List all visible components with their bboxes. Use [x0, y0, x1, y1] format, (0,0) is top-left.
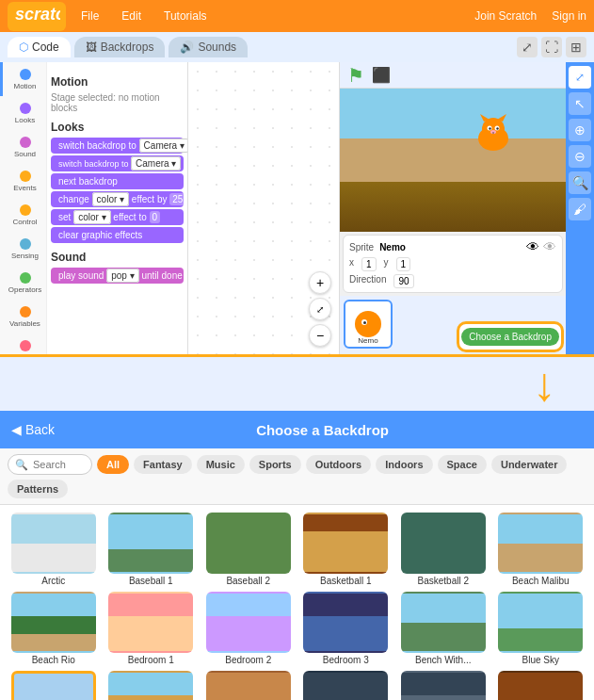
search-wrapper: 🔍: [8, 454, 92, 475]
edit-menu[interactable]: Edit: [114, 6, 149, 26]
sidebar-item-sound[interactable]: Sound: [0, 130, 47, 164]
zoom-in-button[interactable]: +: [309, 271, 331, 294]
sidebar-item-looks[interactable]: Looks: [0, 96, 47, 130]
backdrop-icon: 🖼: [86, 41, 97, 54]
block-set-effect[interactable]: set color ▾ effect to 0: [51, 209, 184, 225]
backdrop-item-baseball1[interactable]: Baseball 1: [105, 513, 198, 586]
sprite-show-icon[interactable]: 👁: [526, 239, 539, 254]
tab-sounds[interactable]: 🔊 Sounds: [169, 37, 248, 57]
backdrop-thumb-bedroom2: [206, 592, 291, 653]
main-area: Motion Looks Sound Events Control: [0, 62, 594, 354]
toolbar-grow-btn[interactable]: ⊕: [569, 119, 591, 141]
sprite-hide-icon[interactable]: 👁: [543, 239, 556, 254]
backdrop-item-beach-malibu[interactable]: Beach Malibu: [495, 513, 587, 586]
motion-note: Stage selected: no motion blocks: [51, 92, 184, 113]
filter-outdoors-button[interactable]: Outdoors: [306, 455, 372, 474]
sidebar-item-sensing[interactable]: Sensing: [0, 232, 47, 266]
block-switch-backdrop-wait[interactable]: switch backdrop to Camera ▾ and wait: [51, 155, 184, 171]
events-dot: [20, 171, 31, 182]
block-clear-effects[interactable]: clear graphic effects: [51, 227, 184, 243]
sidebar-item-control[interactable]: Control: [0, 198, 47, 232]
backdrop-thumb-blue-sky: [498, 592, 583, 653]
backdrop-item-canyon[interactable]: Canyon: [202, 671, 295, 700]
tab-code[interactable]: ⬡ Code: [8, 37, 71, 57]
blocks-wrapper: Motion Looks Sound Events Control: [0, 62, 187, 354]
backdrop-item-baseball2[interactable]: Baseball 2: [202, 513, 295, 586]
toolbar-brush-btn[interactable]: 🖌: [569, 198, 591, 220]
file-menu[interactable]: File: [73, 6, 106, 26]
backdrop-item-bedroom3[interactable]: Bedroom 3: [300, 592, 393, 665]
backdrop-item-blue-sky[interactable]: Blue Sky: [495, 592, 587, 665]
backdrop-label-bedroom2: Bedroom 2: [225, 655, 271, 665]
block-change-effect[interactable]: change color ▾ effect by 25: [51, 191, 184, 207]
sidebar-item-variables[interactable]: Variables: [0, 300, 47, 334]
expand-button[interactable]: ⤢: [517, 37, 538, 57]
backdrop-item-bench[interactable]: Bench With...: [397, 592, 490, 665]
filter-indoors-button[interactable]: Indoors: [376, 455, 432, 474]
filter-all-button[interactable]: All: [97, 455, 129, 474]
green-flag-button[interactable]: ⚑: [347, 64, 364, 87]
backdrop-item-basketball1[interactable]: Basketball 1: [300, 513, 393, 586]
toolbar-expand-btn[interactable]: ⤢: [569, 66, 591, 89]
filter-sports-button[interactable]: Sports: [249, 455, 301, 474]
join-scratch-link[interactable]: Join Scratch: [474, 9, 537, 23]
backdrop-item-castle2[interactable]: Castle 2: [397, 671, 490, 700]
sprite-thumbnail-nemo[interactable]: Nemo: [344, 300, 393, 349]
backdrop-item-boardwalk[interactable]: Boardwalk: [105, 671, 198, 700]
filter-space-button[interactable]: Space: [438, 455, 487, 474]
fullscreen-button[interactable]: ⛶: [541, 37, 562, 57]
zoom-controls: + ⤢ −: [309, 271, 331, 347]
sound-section-header: Sound: [51, 251, 184, 264]
direction-value[interactable]: 90: [393, 274, 413, 288]
filter-fantasy-button[interactable]: Fantasy: [134, 455, 192, 474]
zoom-out-button[interactable]: −: [309, 324, 331, 347]
filter-music-button[interactable]: Music: [197, 455, 245, 474]
toolbar-cursor-btn[interactable]: ↖: [569, 92, 591, 115]
filter-patterns-button[interactable]: Patterns: [8, 480, 68, 498]
tab-code-label: Code: [32, 41, 59, 54]
tab-backdrops[interactable]: 🖼 Backdrops: [74, 37, 166, 57]
sidebar-item-events[interactable]: Events: [0, 164, 47, 198]
choose-backdrop-button[interactable]: Choose a Backdrop: [461, 328, 559, 346]
search-icon: 🔍: [15, 459, 28, 471]
looks-dot: [20, 103, 31, 114]
sign-in-link[interactable]: Sign in: [552, 9, 586, 23]
sidebar-item-operators[interactable]: Operators: [0, 266, 47, 300]
myblocks-dot: [20, 340, 31, 351]
motion-label: Motion: [13, 82, 36, 90]
backdrop-item-basketball2[interactable]: Basketball 2: [397, 513, 490, 586]
sidebar-item-myblocks[interactable]: My Blocks: [0, 334, 47, 354]
backdrop-item-beach-rio[interactable]: Beach Rio: [8, 592, 100, 665]
y-label: y: [384, 257, 389, 271]
toolbar-shrink-btn[interactable]: ⊖: [569, 145, 591, 168]
x-value[interactable]: 1: [361, 257, 377, 271]
stop-button[interactable]: ⬛: [372, 66, 391, 84]
operators-dot: [20, 272, 31, 284]
backdrop-item-blue-sky2[interactable]: Blue Sky 2: [8, 671, 100, 700]
block-play-sound[interactable]: play sound pop ▾ until done: [51, 268, 184, 284]
tab-backdrops-label: Backdrops: [101, 41, 154, 54]
backdrop-item-arctic[interactable]: Arctic: [8, 513, 100, 586]
backdrop-item-castle1[interactable]: Castle 1: [300, 671, 393, 700]
y-value[interactable]: 1: [396, 257, 411, 271]
filter-underwater-button[interactable]: Underwater: [491, 455, 568, 474]
code-icon: ⬡: [19, 41, 28, 54]
zoom-fit-button[interactable]: ⤢: [309, 298, 331, 320]
back-arrow-icon: ◀: [11, 422, 22, 437]
backdrop-item-castle3[interactable]: Castle 3: [495, 671, 587, 700]
backdrop-chooser-panel: ◀ Back Choose a Backdrop 🔍 All Fantasy M…: [0, 411, 594, 700]
blocks-panel: Motion Looks Sound Events Control: [0, 62, 188, 354]
zoom-fit-button[interactable]: ⊞: [566, 37, 586, 57]
stage-area: ⚑ ⬛: [340, 62, 566, 354]
back-button[interactable]: ◀ Back: [11, 422, 55, 437]
block-next-backdrop[interactable]: next backdrop: [51, 173, 184, 189]
backdrop-item-bedroom2[interactable]: Bedroom 2: [202, 592, 295, 665]
toolbar-search-btn[interactable]: 🔍: [569, 171, 591, 194]
backdrop-item-bedroom1[interactable]: Bedroom 1: [105, 592, 198, 665]
sidebar-item-motion[interactable]: Motion: [0, 62, 47, 96]
control-dot: [20, 204, 31, 216]
script-editor[interactable]: + ⤢ −: [188, 62, 340, 354]
tutorials-menu[interactable]: Tutorials: [156, 6, 215, 26]
backdrop-label-bedroom3: Bedroom 3: [323, 655, 369, 665]
block-switch-backdrop[interactable]: switch backdrop to Camera ▾: [51, 138, 184, 154]
